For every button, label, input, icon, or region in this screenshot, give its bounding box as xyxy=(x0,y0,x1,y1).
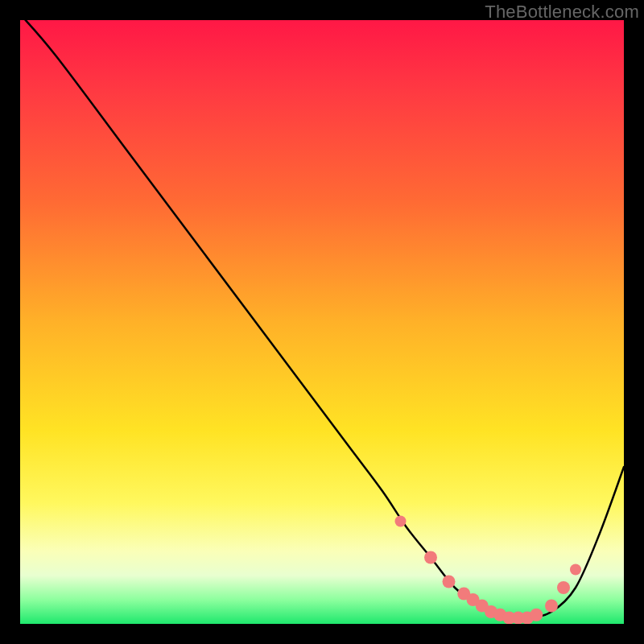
chart-frame xyxy=(20,20,624,624)
highlight-dot xyxy=(530,609,543,621)
highlight-dot xyxy=(545,600,558,613)
watermark-text: TheBottleneck.com xyxy=(485,2,639,23)
highlight-dot xyxy=(424,551,437,564)
highlight-dot xyxy=(570,564,581,576)
highlight-dot xyxy=(443,576,456,588)
bottleneck-curve xyxy=(20,20,624,619)
highlight-dot xyxy=(395,516,407,527)
highlight-dot xyxy=(557,581,570,594)
optimal-range-dots xyxy=(395,516,582,625)
chart-svg xyxy=(20,20,624,624)
